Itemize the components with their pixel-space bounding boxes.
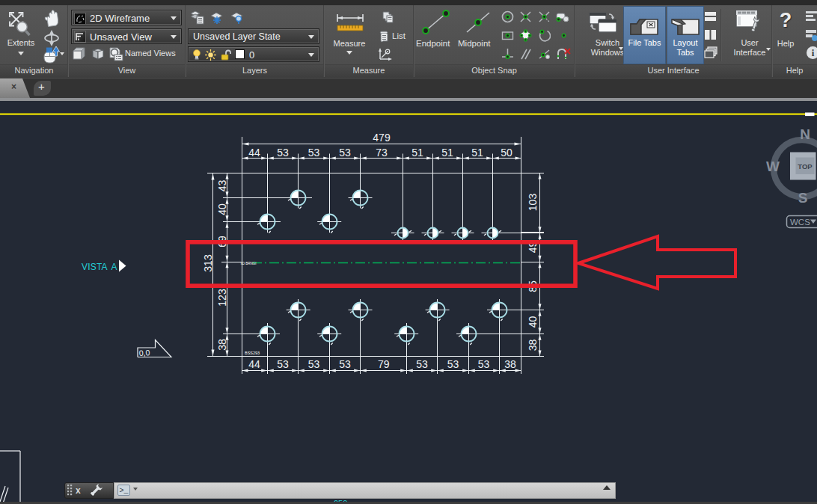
svg-text:44: 44 bbox=[248, 147, 260, 159]
svg-text:44: 44 bbox=[248, 358, 260, 370]
svg-text:53: 53 bbox=[478, 358, 490, 370]
svg-text:53: 53 bbox=[308, 147, 320, 159]
svg-text:VISTA: VISTA bbox=[82, 262, 108, 272]
svg-text:313: 313 bbox=[202, 254, 214, 272]
svg-text:A: A bbox=[111, 262, 117, 272]
svg-text:51: 51 bbox=[441, 147, 453, 159]
svg-text:38: 38 bbox=[216, 339, 228, 351]
svg-text:38: 38 bbox=[504, 358, 516, 370]
svg-text:S: S bbox=[798, 190, 808, 206]
svg-text:51: 51 bbox=[411, 147, 423, 159]
svg-text:53: 53 bbox=[447, 358, 459, 370]
svg-text:40: 40 bbox=[216, 203, 228, 215]
svg-text:TD BRNGI: TD BRNGI bbox=[240, 262, 257, 265]
svg-text:50: 50 bbox=[501, 147, 512, 159]
svg-text:53: 53 bbox=[416, 358, 428, 370]
svg-text:53: 53 bbox=[339, 147, 351, 159]
svg-text:79: 79 bbox=[378, 358, 390, 370]
svg-text:WCS: WCS bbox=[790, 218, 810, 227]
svg-text:W: W bbox=[766, 159, 780, 174]
svg-text:53: 53 bbox=[277, 358, 289, 370]
svg-text:43: 43 bbox=[216, 180, 228, 192]
svg-text:123: 123 bbox=[216, 289, 228, 307]
svg-text:38: 38 bbox=[527, 339, 539, 351]
svg-text:51: 51 bbox=[471, 147, 483, 159]
svg-text:103: 103 bbox=[527, 194, 539, 212]
svg-text:N: N bbox=[800, 126, 810, 142]
svg-text:53: 53 bbox=[308, 358, 320, 370]
svg-text:TOP: TOP bbox=[798, 162, 813, 170]
svg-text:479: 479 bbox=[373, 132, 391, 144]
svg-text:73: 73 bbox=[376, 147, 388, 159]
svg-text:BSS293: BSS293 bbox=[245, 351, 260, 355]
svg-text:0,0: 0,0 bbox=[138, 348, 150, 357]
svg-text:53: 53 bbox=[277, 147, 289, 159]
svg-text:40: 40 bbox=[527, 316, 539, 328]
svg-text:53: 53 bbox=[339, 358, 351, 370]
